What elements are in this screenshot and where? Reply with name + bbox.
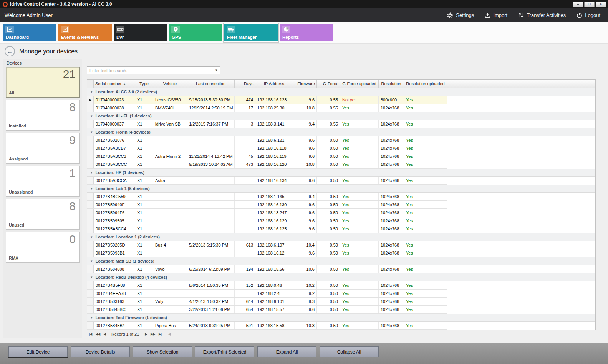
- device-row[interactable]: 00127B5845B4X1Pipera Bus5/24/2013 6:31:2…: [87, 322, 595, 330]
- settings-button[interactable]: Settings: [447, 12, 474, 18]
- cell-resu: Yes: [404, 265, 447, 273]
- next-record-button[interactable]: ▶: [145, 332, 147, 336]
- group-collapse-icon[interactable]: ▾: [91, 90, 93, 94]
- device-row[interactable]: 017040000038X1BMW740i12/19/2014 2:50:19 …: [87, 104, 595, 112]
- group-collapse-icon[interactable]: ▾: [91, 187, 93, 190]
- column-header-last-connection[interactable]: Last connection: [187, 80, 235, 88]
- tab-reports[interactable]: Reports: [280, 24, 333, 41]
- tab-dvr[interactable]: Dvr: [114, 24, 167, 41]
- device-filter-all[interactable]: 21All: [6, 67, 80, 98]
- column-header-firmware[interactable]: Firmware: [293, 80, 317, 88]
- next-page-button[interactable]: ▶▶: [151, 332, 155, 336]
- cell-gfu: Yes: [340, 144, 379, 152]
- group-row[interactable]: ▾Location: Location 1 (2 devices): [87, 233, 595, 241]
- device-row[interactable]: 00127B4BC559X1192.168.1.1659.40.50Yes102…: [87, 193, 595, 201]
- row-filler: [447, 298, 595, 306]
- device-filter-unused[interactable]: 8Unused: [6, 199, 80, 230]
- device-row[interactable]: ▶017040000023X1Lexus GS3509/18/2013 5:30…: [87, 96, 595, 104]
- device-row[interactable]: 00127B5993B1X1192.168.16.129.60.50Yes102…: [87, 249, 595, 257]
- show-selection-button[interactable]: Show Selection: [133, 346, 192, 357]
- pager-text: Record 1 of 21: [111, 332, 139, 336]
- card-count: 8: [69, 200, 76, 213]
- row-filler: [447, 120, 595, 128]
- group-row[interactable]: ▾Location: Matt SB (1 devices): [87, 257, 595, 265]
- group-collapse-icon[interactable]: ▾: [91, 170, 93, 174]
- cell-gf: 0.50: [317, 136, 340, 144]
- device-row[interactable]: 00127B5994F6X1192.168.13.2479.60.50Yes10…: [87, 209, 595, 217]
- cell-vehicle: Astra: [153, 177, 187, 184]
- tab-fleet-manager[interactable]: Fleet Manager: [224, 24, 278, 41]
- minimize-button[interactable]: –: [573, 2, 583, 7]
- cell-gfu: Yes: [340, 265, 379, 273]
- pager-scroll-left-button[interactable]: ◀: [168, 332, 170, 336]
- device-filter-assigned[interactable]: 9Assigned: [6, 133, 80, 164]
- device-row[interactable]: 00127B5A3CCAX1Astra192.168.16.1349.60.50…: [87, 177, 595, 185]
- logout-button[interactable]: Logout: [577, 12, 600, 18]
- device-row[interactable]: 00127B503163X1Vufy4/1/2013 4:50:32 PM644…: [87, 298, 595, 306]
- column-header-resolution[interactable]: Resolution: [379, 80, 404, 88]
- edit-device-button[interactable]: Edit Device: [8, 346, 68, 357]
- group-row[interactable]: ▾Location: Al - FL (1 devices): [87, 112, 595, 120]
- cell-serial: 00127B503163: [94, 298, 135, 305]
- group-label: Location: Matt SB (1 devices): [96, 259, 154, 263]
- device-row[interactable]: 00127B59940FX1192.168.16.1309.60.50Yes10…: [87, 201, 595, 209]
- collapse-all-button[interactable]: Collapse All: [320, 346, 379, 357]
- device-row[interactable]: 00127B5845BCX13/22/2013 1:24:06 PM654192…: [87, 306, 595, 314]
- import-button[interactable]: Import: [485, 12, 507, 18]
- tab-dashboard[interactable]: Dashboard: [3, 24, 56, 41]
- device-row[interactable]: 017040000037X1idrive Van SB1/2/2015 7:16…: [87, 120, 595, 128]
- group-row[interactable]: ▾Location: Lab 1 (5 devices): [87, 185, 595, 193]
- column-header-g-force[interactable]: G-Force: [317, 80, 340, 88]
- column-header-resolution-uploaded[interactable]: Resolution uploaded: [404, 80, 447, 88]
- device-filter-unassigned[interactable]: 1Unassigned: [6, 166, 80, 197]
- back-button[interactable]: ←: [5, 46, 15, 56]
- column-header-ip-address[interactable]: IP Address: [255, 80, 293, 88]
- content: Devices 21All8Installed9Assigned1Unassig…: [0, 59, 608, 338]
- device-row[interactable]: 00127B4B5F88X18/6/2014 1:50:35 PM152192.…: [87, 281, 595, 290]
- group-row[interactable]: ▾Location: Florin (4 devices): [87, 128, 595, 136]
- column-header-serial-number[interactable]: Serial number▲: [94, 80, 135, 88]
- column-header-days[interactable]: Days: [235, 80, 255, 88]
- device-row[interactable]: 00127B5A3CC3X1Astra Florin-211/21/2014 4…: [87, 152, 595, 160]
- close-button[interactable]: ×: [596, 2, 606, 7]
- device-row[interactable]: 00127B50205DX1Bus 45/2/2013 6:15:30 PM61…: [87, 241, 595, 249]
- group-collapse-icon[interactable]: ▾: [91, 114, 93, 118]
- column-header-type[interactable]: Type: [135, 80, 153, 88]
- device-details-button[interactable]: Device Details: [71, 346, 130, 357]
- expand-all-button[interactable]: Expand All: [257, 346, 316, 357]
- group-row[interactable]: ▾Location: Test Firmware (1 devices): [87, 314, 595, 322]
- device-row[interactable]: 00127B5A3CCCX19/19/2013 10:24:02 AM47319…: [87, 160, 595, 169]
- device-row[interactable]: 00127B599505X1192.168.16.1299.60.50Yes10…: [87, 217, 595, 225]
- column-header-g-force-uploaded[interactable]: G-Force uploaded: [340, 80, 379, 88]
- export-print-selected-button[interactable]: Export/Print Selected: [195, 346, 254, 357]
- group-collapse-icon[interactable]: ▾: [91, 316, 93, 319]
- search-input[interactable]: [87, 68, 213, 73]
- prev-page-button[interactable]: ◀◀: [95, 332, 100, 336]
- combo-dropdown-icon[interactable]: ▼: [213, 69, 220, 72]
- group-collapse-icon[interactable]: ▾: [91, 259, 93, 263]
- group-row[interactable]: ▾Location: HP (1 devices): [87, 169, 595, 177]
- welcome-text: Welcome Admin User: [5, 12, 53, 18]
- device-row[interactable]: 00127B5A3CB7X1192.168.16.1189.60.50Yes10…: [87, 144, 595, 152]
- cell-gf: 0.50: [317, 306, 340, 313]
- device-filter-rma[interactable]: 0RMA: [6, 232, 80, 263]
- device-row[interactable]: 00127B502076X1192.168.6.1219.60.50Yes102…: [87, 136, 595, 144]
- group-row[interactable]: ▾Location: Al CC 3.0 (2 devices): [87, 88, 595, 96]
- last-record-button[interactable]: ▶|: [159, 332, 161, 336]
- maximize-button[interactable]: □: [584, 2, 595, 7]
- group-collapse-icon[interactable]: ▾: [91, 235, 93, 239]
- group-collapse-icon[interactable]: ▾: [91, 275, 93, 279]
- first-record-button[interactable]: |◀: [89, 332, 92, 336]
- column-header-vehicle[interactable]: Vehicle: [153, 80, 187, 88]
- tab-events-reviews[interactable]: Events & Reviews: [58, 24, 112, 41]
- group-row[interactable]: ▾Location: Radu Desktop (4 devices): [87, 273, 595, 281]
- prev-record-button[interactable]: ◀: [103, 332, 106, 336]
- device-row[interactable]: 00127B5A3CC4X1192.168.16.1259.60.50Yes10…: [87, 225, 595, 233]
- transfer-activities-button[interactable]: Transfer Activities: [518, 12, 566, 18]
- group-collapse-icon[interactable]: ▾: [91, 130, 93, 134]
- device-row[interactable]: 00127B4EEA78X1192.168.2.49.20.50Yes1024x…: [87, 290, 595, 298]
- tab-gps[interactable]: GPS: [169, 24, 222, 41]
- sort-asc-icon: ▲: [123, 83, 126, 85]
- device-filter-installed[interactable]: 8Installed: [6, 100, 80, 131]
- device-row[interactable]: 00127B584608X1Vovo6/25/2014 6:23:09 PM19…: [87, 265, 595, 273]
